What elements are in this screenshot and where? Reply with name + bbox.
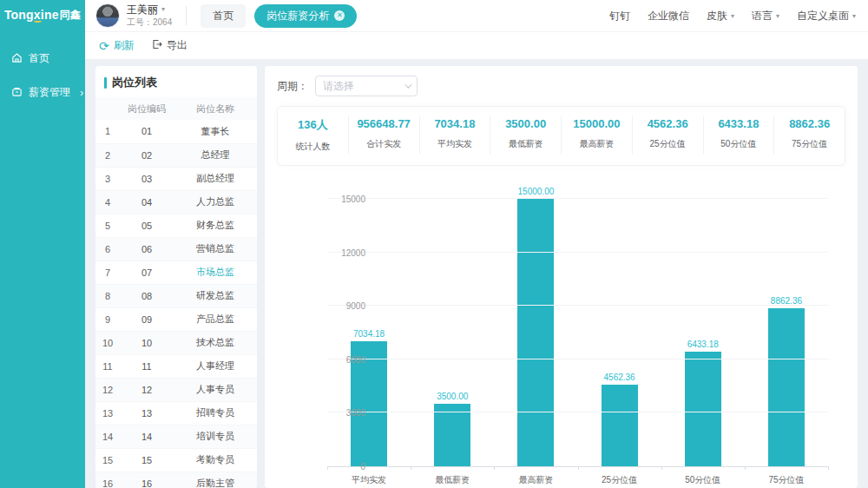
position-name[interactable]: 市场总监 (174, 260, 257, 284)
chevron-right-icon: › (80, 87, 83, 98)
sidebar-item-home[interactable]: 首页 (0, 42, 85, 76)
user-menu[interactable]: 王美丽 ▾ (127, 3, 172, 16)
row-index: 15 (95, 448, 120, 472)
header-menu-item[interactable]: 企业微信 (648, 9, 689, 23)
table-row[interactable]: 1515考勤专员 (95, 448, 257, 472)
chart-gridline (327, 198, 828, 199)
home-icon (11, 52, 23, 66)
table-row[interactable]: 1616后勤主管 (95, 472, 257, 488)
header-menu-item[interactable]: 语言▾ (752, 9, 779, 23)
position-name[interactable]: 人事经理 (174, 354, 257, 378)
tab-label: 首页 (213, 9, 233, 23)
col-name: 岗位名称 (174, 97, 257, 120)
chart-bar-group: 8862.36 (745, 199, 828, 466)
stat-item: 6433.1850分位值 (704, 115, 775, 155)
chart-bar-group: 6433.18 (661, 199, 745, 466)
chart-bars: 7034.183500.0015000.004562.366433.188862… (327, 199, 828, 466)
tab-position-salary-analysis[interactable]: 岗位薪资分析 ✕ (254, 4, 357, 28)
chart-bar-group: 7034.18 (327, 199, 411, 466)
refresh-button[interactable]: ⟳ 刷新 (99, 38, 135, 53)
table-row[interactable]: 1111人事经理 (95, 354, 257, 378)
position-code: 12 (120, 378, 174, 401)
chart-bar-value-label: 4562.36 (604, 373, 635, 382)
chart-y-tick-label: 3000 (331, 408, 365, 418)
col-index (95, 97, 120, 120)
stat-label: 最高薪资 (562, 138, 632, 150)
sidebar-item-label: 薪资管理 (29, 85, 70, 100)
position-name[interactable]: 考勤专员 (174, 448, 257, 472)
chart-bar-value-label: 3500.00 (437, 392, 468, 401)
table-row[interactable]: 707市场总监 (95, 260, 257, 284)
tab-home[interactable]: 首页 (201, 4, 246, 28)
stat-item: 7034.18平均实发 (420, 115, 491, 155)
chart-bar[interactable] (768, 308, 805, 466)
header-menu-item[interactable]: 钉钉 (609, 9, 630, 23)
chart-x-tick-label: 75分位值 (745, 474, 828, 486)
table-row[interactable]: 606营销总监 (95, 237, 257, 260)
chart-bar[interactable] (685, 352, 721, 466)
user-block: 王美丽 ▾ 工号：2064 (127, 3, 172, 29)
panel-title: 岗位列表 (95, 66, 257, 97)
position-name[interactable]: 人事专员 (174, 378, 257, 401)
user-name: 王美丽 (127, 3, 158, 16)
stat-item: 3500.00最低薪资 (490, 115, 562, 155)
table-row[interactable]: 202总经理 (95, 143, 257, 167)
top-header: 王美丽 ▾ 工号：2064 首页 岗位薪资分析 ✕ 钉钉企业微信皮肤▾语言▾自定… (85, 0, 868, 31)
chevron-down-icon: ▾ (161, 5, 165, 14)
chart-x-tick (494, 466, 495, 470)
chart-bar[interactable] (517, 199, 554, 466)
sidebar-item-salary-management[interactable]: 薪资管理 › (0, 76, 85, 109)
position-name[interactable]: 技术总监 (174, 331, 257, 354)
stat-value: 4562.36 (633, 117, 703, 130)
close-icon[interactable]: ✕ (334, 10, 345, 21)
position-name[interactable]: 产品总监 (174, 307, 257, 331)
table-row[interactable]: 808研发总监 (95, 284, 257, 307)
stat-value: 3500.00 (490, 117, 561, 130)
position-name[interactable]: 营销总监 (174, 237, 257, 260)
position-name[interactable]: 后勤主管 (174, 472, 257, 488)
chart-x-tick (411, 466, 411, 470)
position-name[interactable]: 总经理 (174, 143, 257, 167)
brand-logo-en: Tongxine (4, 8, 59, 22)
chart-bar-value-label: 15000.00 (518, 187, 555, 196)
position-name[interactable]: 副总经理 (174, 167, 257, 190)
header-menu-item[interactable]: 皮肤▾ (707, 9, 734, 23)
position-code: 03 (120, 167, 174, 190)
brand-logo-cn: 同鑫 (60, 8, 81, 23)
export-icon (152, 39, 162, 52)
row-index: 12 (95, 378, 120, 401)
position-name[interactable]: 培训专员 (174, 425, 257, 448)
table-row[interactable]: 909产品总监 (95, 307, 257, 331)
row-index: 2 (95, 143, 120, 167)
chart-x-axis-labels: 平均实发最低薪资最高薪资25分位值50分位值75分位值 (327, 474, 828, 486)
avatar[interactable] (95, 3, 120, 28)
position-code: 04 (120, 190, 174, 214)
brand-logo[interactable]: Tongxine同鑫 (0, 0, 85, 30)
chart-bar-group: 4562.36 (578, 199, 661, 466)
export-button[interactable]: 导出 (152, 38, 187, 53)
table-row[interactable]: 101董事长 (95, 120, 257, 143)
position-name[interactable]: 招聘专员 (174, 401, 257, 425)
table-row[interactable]: 404人力总监 (95, 190, 257, 214)
position-name[interactable]: 财务总监 (174, 214, 257, 237)
table-row[interactable]: 505财务总监 (95, 214, 257, 237)
table-row[interactable]: 1010技术总监 (95, 331, 257, 354)
header-menu-label: 语言 (752, 9, 773, 23)
toolbar: ⟳ 刷新 导出 (85, 31, 868, 59)
table-row[interactable]: 1313招聘专员 (95, 401, 257, 425)
table-row[interactable]: 303副总经理 (95, 167, 257, 190)
stat-item: 4562.3625分位值 (633, 115, 704, 155)
position-name[interactable]: 人力总监 (174, 190, 257, 214)
position-name[interactable]: 董事长 (174, 120, 257, 143)
table-row[interactable]: 1414培训专员 (95, 425, 257, 448)
position-name[interactable]: 研发总监 (174, 284, 257, 307)
stat-item: 956648.77合计实发 (349, 115, 420, 155)
row-index: 5 (95, 214, 120, 237)
header-menu-item[interactable]: 自定义桌面▾ (797, 9, 856, 23)
position-table: 岗位编码 岗位名称 101董事长202总经理303副总经理404人力总监505财… (95, 97, 257, 488)
chart-bar[interactable] (434, 404, 470, 466)
stat-item: 136人统计人数 (278, 115, 349, 155)
period-select[interactable]: 请选择 (315, 76, 418, 96)
chart-bar[interactable] (602, 385, 638, 466)
table-row[interactable]: 1212人事专员 (95, 378, 257, 401)
